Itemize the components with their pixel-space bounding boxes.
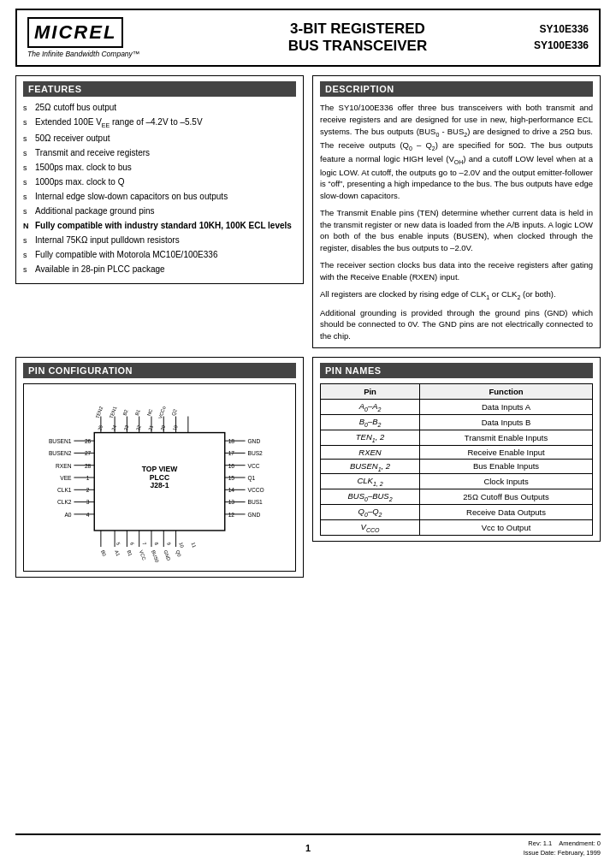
pin-config-box: PIN CONFIGURATION TOP VIEW PLCC J28-1 25: [15, 357, 304, 578]
svg-text:4: 4: [86, 512, 90, 518]
pin-row-busen: BUSEN1, 2 Bus Enable Inputs: [321, 459, 593, 474]
svg-text:5: 5: [116, 542, 121, 546]
pin-vcco-name: VCCO: [321, 520, 420, 536]
description-box: DESCRIPTION The SY10/100E336 offer three…: [312, 75, 601, 348]
footer: 1 Rev: 1.1 Amendment: 0 Issue Date: Febr…: [15, 833, 601, 858]
pin-names-column: PIN NAMES Pin Function A0–A2 Data Inputs…: [312, 357, 601, 578]
pin-names-box: PIN NAMES Pin Function A0–A2 Data Inputs…: [312, 357, 601, 542]
svg-text:Q1: Q1: [247, 475, 255, 482]
pin-vcco-func: Vcc to Output: [420, 520, 593, 536]
feature-item-10: s Internal 75KΩ input pulldown resistors: [23, 234, 296, 246]
svg-text:TOP VIEW: TOP VIEW: [142, 465, 178, 473]
bullet-8: s: [23, 206, 32, 217]
pin-a-func: Data Inputs A: [420, 399, 593, 414]
svg-text:26: 26: [85, 438, 92, 444]
svg-text:2: 2: [86, 487, 90, 493]
bottom-section: PIN CONFIGURATION TOP VIEW PLCC J28-1 25: [15, 357, 601, 578]
pin-row-ten: TEN1, 2 Transmit Enable Inputs: [321, 430, 593, 445]
svg-text:BUS1: BUS1: [247, 499, 263, 505]
pin-bus-func: 25Ω Cutoff Bus Outputs: [420, 489, 593, 505]
feature-text-7: Internal edge slow-down capacitors on bu…: [35, 191, 228, 203]
svg-text:BUSEN2: BUSEN2: [49, 450, 72, 456]
footer-issue-date: Issue Date: February, 1999: [524, 848, 601, 857]
pin-bus-name: BUS0–BUS2: [321, 489, 420, 505]
svg-text:TEN1: TEN1: [109, 406, 118, 419]
feature-item-6: s 1000ps max. clock to Q: [23, 176, 296, 188]
pin-ten-func: Transmit Enable Inputs: [420, 430, 593, 445]
title-line1: 3-BIT REGISTERED: [181, 21, 534, 38]
features-column: FEATURES s 25Ω cutoff bus output s Exten…: [15, 75, 304, 348]
header-part-numbers: SY10E336 SY100E336: [534, 21, 589, 54]
page: MICREL The Infinite Bandwidth Company™ 3…: [0, 0, 616, 866]
bullet-5: s: [23, 163, 32, 174]
pin-busen-func: Bus Enable Inputs: [420, 459, 593, 474]
bullet-10: s: [23, 235, 32, 246]
pin-row-rxen: RXEN Receive Enable Input: [321, 445, 593, 459]
svg-text:RXEN: RXEN: [56, 462, 72, 468]
feature-item-12: s Available in 28-pin PLCC package: [23, 264, 296, 276]
feature-text-3: 50Ω receiver output: [35, 133, 110, 145]
svg-text:A1: A1: [114, 549, 121, 557]
bullet-6: s: [23, 177, 32, 188]
features-box: FEATURES s 25Ω cutoff bus output s Exten…: [15, 75, 304, 284]
features-description-section: FEATURES s 25Ω cutoff bus output s Exten…: [15, 75, 601, 348]
svg-text:BUS0: BUS0: [151, 549, 160, 563]
feature-text-9: Fully compatible with industry standard …: [35, 220, 292, 232]
svg-text:GND: GND: [247, 438, 260, 444]
svg-text:12: 12: [228, 512, 235, 518]
pin-row-bus: BUS0–BUS2 25Ω Cutoff Bus Outputs: [321, 489, 593, 505]
svg-text:BUSEN1: BUSEN1: [49, 438, 72, 444]
svg-text:CLK1: CLK1: [57, 487, 72, 493]
svg-text:PLCC: PLCC: [150, 473, 169, 482]
logo-text: MICREL: [34, 21, 116, 43]
part-number-1: SY10E336: [534, 21, 589, 38]
feature-item-3: s 50Ω receiver output: [23, 133, 296, 145]
desc-para-1: The SY10/100E336 offer three bus transce…: [320, 102, 593, 202]
pin-b-name: B0–B2: [321, 414, 420, 430]
description-header: DESCRIPTION: [320, 81, 593, 97]
pin-rxen-func: Receive Enable Input: [420, 445, 593, 459]
desc-para-3: The receiver section clocks bus data int…: [320, 259, 593, 283]
pin-a-name: A0–A2: [321, 399, 420, 414]
svg-text:Q2: Q2: [171, 408, 178, 416]
logo-subtitle: The Infinite Bandwidth Company™: [27, 50, 139, 58]
function-col-header: Function: [420, 383, 593, 399]
svg-text:17: 17: [228, 450, 235, 456]
bullet-4: s: [23, 148, 32, 159]
pin-diagram-svg: TOP VIEW PLCC J28-1 25 24 23 22 21 20 19: [29, 389, 290, 566]
pin-row-b: B0–B2 Data Inputs B: [321, 414, 593, 430]
feature-text-5: 1500ps max. clock to bus: [35, 162, 132, 174]
bullet-3: s: [23, 133, 32, 145]
feature-item-2: s Extended 100E VEE range of –4.2V to –5…: [23, 116, 296, 130]
rev-label: Rev: 1.1: [528, 839, 552, 847]
feature-item-4: s Transmit and receive registers: [23, 147, 296, 159]
feature-item-9: N Fully compatible with industry standar…: [23, 220, 296, 232]
svg-text:24: 24: [110, 424, 117, 431]
features-list: s 25Ω cutoff bus output s Extended 100E …: [23, 102, 296, 276]
svg-text:11: 11: [191, 542, 198, 549]
svg-text:7: 7: [141, 542, 147, 546]
svg-text:J28-1: J28-1: [151, 481, 169, 489]
svg-text:B0: B0: [100, 549, 107, 557]
svg-text:CLK2: CLK2: [57, 499, 72, 505]
svg-text:VCC: VCC: [139, 549, 147, 561]
bullet-12: s: [23, 264, 32, 276]
pin-diagram: TOP VIEW PLCC J28-1 25 24 23 22 21 20 19: [23, 383, 296, 572]
footer-info: Rev: 1.1 Amendment: 0 Issue Date: Februa…: [524, 839, 601, 858]
feature-text-6: 1000ps max. clock to Q: [35, 176, 125, 188]
pin-clk-func: Clock Inputs: [420, 474, 593, 489]
pin-names-table: Pin Function A0–A2 Data Inputs A B0–B2 D…: [320, 383, 593, 536]
svg-text:14: 14: [228, 487, 235, 493]
feature-item-5: s 1500ps max. clock to bus: [23, 162, 296, 174]
svg-text:20: 20: [160, 424, 167, 431]
svg-text:18: 18: [228, 438, 235, 444]
pin-rxen-name: RXEN: [321, 445, 420, 459]
svg-text:B2: B2: [121, 409, 128, 417]
pin-config-column: PIN CONFIGURATION TOP VIEW PLCC J28-1 25: [15, 357, 304, 578]
svg-text:VCCO: VCCO: [247, 487, 264, 493]
title-line2: BUS TRANSCEIVER: [181, 38, 534, 55]
header: MICREL The Infinite Bandwidth Company™ 3…: [15, 9, 601, 67]
svg-text:10: 10: [178, 542, 185, 549]
feature-text-10: Internal 75KΩ input pulldown resistors: [35, 234, 180, 246]
pin-b-func: Data Inputs B: [420, 414, 593, 430]
